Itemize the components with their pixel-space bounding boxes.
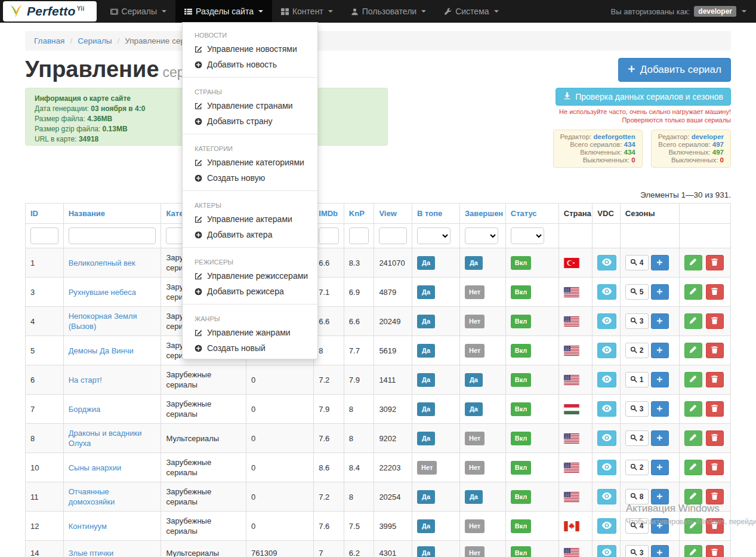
edit-serial-button[interactable] bbox=[684, 313, 702, 329]
serial-title-link[interactable]: Борджиа bbox=[69, 405, 100, 414]
filter-select-col-9[interactable] bbox=[511, 227, 544, 244]
dropdown-item[interactable]: Управление категориями bbox=[183, 155, 317, 170]
edit-serial-button[interactable] bbox=[684, 545, 702, 557]
nav-item-content[interactable]: Контент bbox=[272, 0, 342, 23]
seasons-list-button[interactable]: 4 bbox=[625, 255, 649, 270]
dropdown-item[interactable]: Создать новый bbox=[183, 340, 317, 356]
nav-item-sections[interactable]: Разделы сайта bbox=[175, 0, 272, 23]
dropdown-item[interactable]: Управление жанрами bbox=[183, 325, 317, 340]
delete-serial-button[interactable] bbox=[706, 545, 724, 557]
serial-title-link[interactable]: Рухнувшие небеса bbox=[69, 288, 136, 297]
dropdown-item[interactable]: Управление новостями bbox=[183, 41, 317, 57]
add-season-button[interactable] bbox=[651, 372, 669, 387]
dropdown-item[interactable]: Создать новую bbox=[183, 170, 317, 186]
dropdown-item[interactable]: Добавить режисера bbox=[183, 284, 317, 299]
edit-serial-button[interactable] bbox=[684, 255, 702, 270]
delete-serial-button[interactable] bbox=[706, 313, 724, 329]
column-header[interactable]: В топе bbox=[412, 204, 460, 224]
seasons-list-button[interactable]: 1 bbox=[625, 372, 649, 387]
serial-title-link[interactable]: Непокорная Земля (Вызов) bbox=[69, 312, 137, 331]
seasons-list-button[interactable]: 8 bbox=[625, 489, 649, 504]
edit-serial-button[interactable] bbox=[684, 518, 702, 534]
delete-serial-button[interactable] bbox=[706, 401, 724, 417]
serial-title-link[interactable]: Демоны Да Винчи bbox=[69, 346, 134, 355]
delete-serial-button[interactable] bbox=[706, 255, 724, 270]
add-season-button[interactable] bbox=[651, 284, 669, 300]
seasons-list-button[interactable]: 2 bbox=[625, 460, 649, 475]
add-serial-button[interactable]: Добавить сериал bbox=[618, 58, 731, 82]
filter-input-col-6[interactable] bbox=[379, 227, 407, 244]
add-season-button[interactable] bbox=[651, 545, 669, 557]
vdc-view-button[interactable] bbox=[597, 489, 616, 504]
filter-input-col-4[interactable] bbox=[319, 227, 339, 244]
vdc-view-button[interactable] bbox=[597, 372, 616, 387]
serial-title-link[interactable]: Великолепный век bbox=[69, 259, 135, 267]
edit-serial-button[interactable] bbox=[684, 343, 702, 358]
filter-input-col-1[interactable] bbox=[69, 227, 156, 244]
delete-serial-button[interactable] bbox=[706, 284, 724, 300]
filter-input-col-0[interactable] bbox=[30, 227, 58, 244]
vdc-view-button[interactable] bbox=[597, 430, 616, 446]
filter-select-col-8[interactable] bbox=[465, 227, 498, 244]
vdc-view-button[interactable] bbox=[597, 401, 616, 417]
serial-title-link[interactable]: На старт! bbox=[69, 376, 102, 384]
dropdown-item[interactable]: Добавить новость bbox=[183, 57, 317, 72]
column-header[interactable]: Статус bbox=[505, 204, 558, 224]
serial-title-link[interactable]: Злые птички bbox=[69, 549, 114, 557]
edit-serial-button[interactable] bbox=[684, 489, 702, 504]
column-header[interactable]: View bbox=[374, 204, 412, 224]
vdc-view-button[interactable] bbox=[597, 313, 616, 329]
vdc-view-button[interactable] bbox=[597, 284, 616, 300]
delete-serial-button[interactable] bbox=[706, 343, 724, 358]
edit-serial-button[interactable] bbox=[684, 460, 702, 475]
vdc-view-button[interactable] bbox=[597, 460, 616, 475]
dropdown-item[interactable]: Добавить страну bbox=[183, 113, 317, 129]
seasons-list-button[interactable]: 3 bbox=[625, 313, 649, 329]
serial-title-link[interactable]: Континуум bbox=[69, 522, 107, 531]
editor-name-link[interactable]: deeforgotten bbox=[593, 133, 635, 140]
brand-logo[interactable]: PerfettoYii bbox=[3, 1, 97, 21]
delete-serial-button[interactable] bbox=[706, 518, 724, 534]
dropdown-item[interactable]: Управление странами bbox=[183, 98, 317, 113]
breadcrumb-item[interactable]: Сериалы bbox=[78, 36, 112, 45]
add-season-button[interactable] bbox=[651, 255, 669, 270]
column-header[interactable]: Название bbox=[63, 204, 161, 224]
delete-serial-button[interactable] bbox=[706, 430, 724, 446]
nav-item-film[interactable]: Сериалы bbox=[101, 0, 176, 23]
vdc-view-button[interactable] bbox=[597, 518, 616, 534]
breadcrumb-item[interactable]: Главная bbox=[34, 36, 64, 45]
seasons-list-button[interactable]: 2 bbox=[625, 343, 649, 358]
add-season-button[interactable] bbox=[651, 430, 669, 446]
editor-name-link[interactable]: developer bbox=[692, 133, 724, 140]
seasons-list-button[interactable]: 4 bbox=[625, 518, 649, 534]
edit-serial-button[interactable] bbox=[684, 401, 702, 417]
check-serials-data-button[interactable]: Проверка данных сериалов и сезонов bbox=[556, 88, 731, 106]
vdc-view-button[interactable] bbox=[597, 255, 616, 270]
add-season-button[interactable] bbox=[651, 343, 669, 358]
add-season-button[interactable] bbox=[651, 313, 669, 329]
add-season-button[interactable] bbox=[651, 460, 669, 475]
serial-title-link[interactable]: Отчаянные домохозяйки bbox=[69, 487, 115, 506]
seasons-list-button[interactable]: 5 bbox=[625, 284, 649, 300]
seasons-list-button[interactable]: 3 bbox=[625, 545, 649, 557]
add-season-button[interactable] bbox=[651, 401, 669, 417]
edit-serial-button[interactable] bbox=[684, 372, 702, 387]
filter-input-col-5[interactable] bbox=[349, 227, 369, 244]
delete-serial-button[interactable] bbox=[706, 489, 724, 504]
vdc-view-button[interactable] bbox=[597, 343, 616, 358]
delete-serial-button[interactable] bbox=[706, 372, 724, 387]
add-season-button[interactable] bbox=[651, 489, 669, 504]
vdc-view-button[interactable] bbox=[597, 545, 616, 557]
filter-select-col-7[interactable] bbox=[417, 227, 450, 244]
seasons-list-button[interactable]: 2 bbox=[625, 430, 649, 446]
seasons-list-button[interactable]: 3 bbox=[625, 401, 649, 417]
auth-menu[interactable]: Вы авторизованы как: developer bbox=[611, 0, 756, 23]
column-header[interactable]: IMDb bbox=[314, 204, 344, 224]
serial-title-link[interactable]: Драконы и всадники Олуха bbox=[69, 429, 142, 448]
dropdown-item[interactable]: Управление актерами bbox=[183, 211, 317, 227]
column-header[interactable]: ID bbox=[26, 204, 64, 224]
dropdown-item[interactable]: Управление режиссерами bbox=[183, 268, 317, 284]
edit-serial-button[interactable] bbox=[684, 284, 702, 300]
nav-item-system[interactable]: Система bbox=[435, 0, 507, 23]
delete-serial-button[interactable] bbox=[706, 460, 724, 475]
